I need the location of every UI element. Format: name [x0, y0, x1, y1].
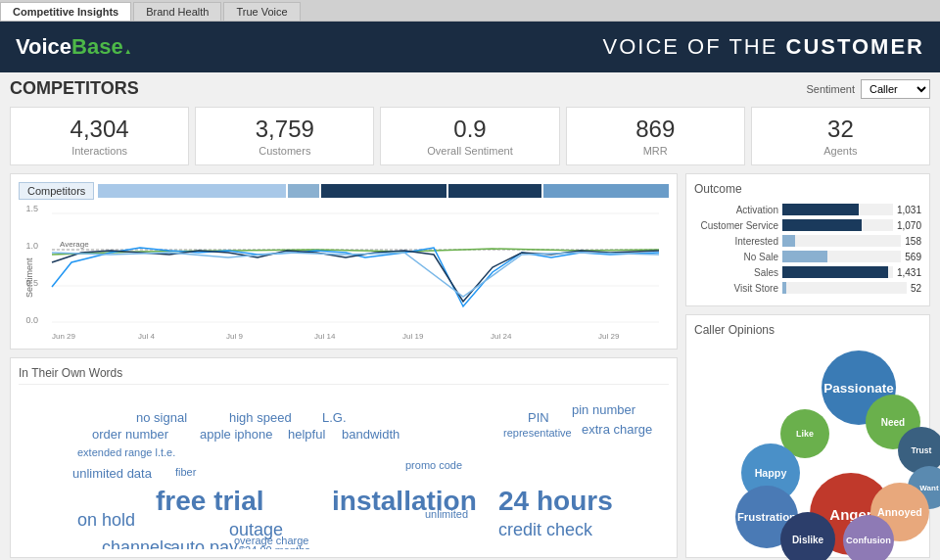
word-item: pin number [572, 402, 635, 417]
tab-true-voice[interactable]: True Voice [223, 2, 300, 21]
outcome-area: Outcome Activation 1,031 Customer Servic… [685, 173, 930, 306]
outcome-bar [782, 219, 862, 231]
logo-text: VoiceBase [16, 34, 123, 60]
legend-seg-2 [288, 184, 319, 198]
word-item: 24 hours [498, 486, 613, 517]
tab-competitive-insights[interactable]: Competitive Insights [0, 2, 131, 21]
legend-seg-4 [448, 184, 542, 198]
top-tabs: Competitive Insights Brand Health True V… [0, 0, 940, 22]
outcome-label: Activation [694, 205, 782, 215]
word-item: apple iphone [200, 427, 272, 442]
bubble-container: PassionateLikeNeedHappyTrustWantFrustrat… [694, 341, 921, 537]
word-item: L.G. [322, 410, 347, 425]
kpi-sentiment-label: Overall Sentiment [393, 145, 546, 157]
outcome-row: Customer Service 1,070 [694, 219, 921, 231]
legend-seg-3 [321, 184, 446, 198]
svg-text:Jul 29: Jul 29 [598, 332, 620, 341]
opinion-bubble: Dislike [780, 512, 835, 560]
chart-svg: Average Jun 29 [42, 204, 669, 341]
word-cloud-title: In Their Own Words [19, 366, 669, 385]
chart-area: Competitors 1.5 1.0 0.5 0.0 [10, 173, 678, 350]
outcome-bar [782, 266, 888, 278]
legend-bars [98, 184, 669, 198]
outcome-row: Visit Store 52 [694, 282, 921, 294]
kpi-interactions: 4,304 Interactions [10, 107, 189, 165]
outcome-bar-wrap [782, 266, 893, 278]
outcome-bar-wrap [782, 204, 893, 215]
outcome-row: No Sale 569 [694, 251, 921, 262]
kpi-agents-value: 32 [764, 116, 917, 143]
outcome-value: 1,431 [897, 267, 921, 278]
outcome-bar-wrap [782, 235, 901, 247]
sentiment-label: Sentiment [806, 83, 855, 95]
logo: VoiceBase ▲ [16, 34, 132, 60]
opinion-bubble: Confusion [843, 515, 894, 560]
header-title: VOICE OF THE CUSTOMER [603, 34, 924, 60]
outcome-label: Interested [694, 236, 782, 247]
word-item: order number [92, 427, 168, 442]
content-row: Competitors 1.5 1.0 0.5 0.0 [10, 173, 930, 558]
kpi-interactions-value: 4,304 [23, 116, 176, 143]
competitors-bar: COMPETITORS Sentiment Caller Agent [10, 78, 930, 99]
outcome-value: 52 [911, 283, 921, 294]
header: VoiceBase ▲ VOICE OF THE CUSTOMER [0, 22, 940, 72]
word-item: no signal [136, 410, 187, 425]
word-cloud-area: In Their Own Words free trialinstallatio… [10, 357, 678, 558]
word-item: high speed [229, 410, 292, 425]
legend-seg-5 [543, 184, 669, 198]
outcome-label: Visit Store [694, 283, 782, 294]
y-axis-label: Sentiment [24, 258, 34, 298]
word-item: extended range l.t.e. [77, 446, 175, 458]
word-item: unlimited data [72, 466, 152, 481]
word-item: fiber [175, 466, 196, 478]
chart-legend-label: Competitors [19, 182, 94, 200]
word-item: on hold [77, 510, 135, 531]
outcome-bar-wrap [782, 282, 907, 294]
kpi-sentiment: 0.9 Overall Sentiment [380, 107, 559, 165]
word-item: unlimited [425, 508, 468, 520]
sentiment-filter: Sentiment Caller Agent [806, 79, 930, 99]
outcome-row: Sales 1,431 [694, 266, 921, 278]
chart-legend: Competitors [19, 182, 669, 200]
tab-brand-health[interactable]: Brand Health [133, 2, 221, 21]
outcome-value: 1,070 [897, 220, 921, 231]
word-item: credit check [498, 520, 592, 540]
kpi-interactions-label: Interactions [23, 145, 176, 157]
word-item: bandwidth [342, 427, 400, 442]
outcome-bar [782, 282, 786, 294]
svg-text:Jul 24: Jul 24 [491, 332, 512, 341]
word-item: PIN [528, 410, 549, 425]
word-item: channels [102, 537, 172, 549]
opinions-area: Caller Opinions PassionateLikeNeedHappyT… [685, 314, 930, 558]
main-content: COMPETITORS Sentiment Caller Agent 4,304… [0, 72, 940, 560]
word-item: representative [503, 427, 572, 439]
outcome-value: 569 [905, 252, 921, 262]
word-item: helpful [288, 427, 325, 442]
outcome-bar-wrap [782, 251, 901, 262]
kpi-mrr-value: 869 [579, 116, 732, 143]
outcome-label: Customer Service [694, 220, 782, 231]
left-panel: Competitors 1.5 1.0 0.5 0.0 [10, 173, 678, 558]
word-item: free trial [156, 486, 264, 517]
word-item: extra charge [582, 422, 652, 437]
page-title: COMPETITORS [10, 78, 139, 99]
word-item: promo code [405, 459, 462, 471]
word-cloud: free trialinstallation24 hourson holdout… [19, 393, 669, 549]
legend-seg-1 [98, 184, 286, 198]
kpi-sentiment-value: 0.9 [393, 116, 546, 143]
outcome-label: Sales [694, 267, 782, 278]
outcome-bar [782, 204, 859, 215]
outcome-label: No Sale [694, 252, 782, 262]
word-item: auto pay [170, 537, 238, 549]
svg-text:Average: Average [60, 240, 89, 249]
opinions-title: Caller Opinions [694, 323, 921, 337]
outcome-row: Activation 1,031 [694, 204, 921, 215]
svg-text:Jul 14: Jul 14 [314, 332, 336, 341]
kpi-customers-label: Customers [208, 145, 361, 157]
right-panel: Outcome Activation 1,031 Customer Servic… [685, 173, 930, 558]
sentiment-select[interactable]: Caller Agent [861, 79, 930, 99]
kpi-agents: 32 Agents [751, 107, 930, 165]
outcome-bar-wrap [782, 219, 893, 231]
word-item: overage charge [234, 535, 308, 546]
kpi-agents-label: Agents [764, 145, 917, 157]
